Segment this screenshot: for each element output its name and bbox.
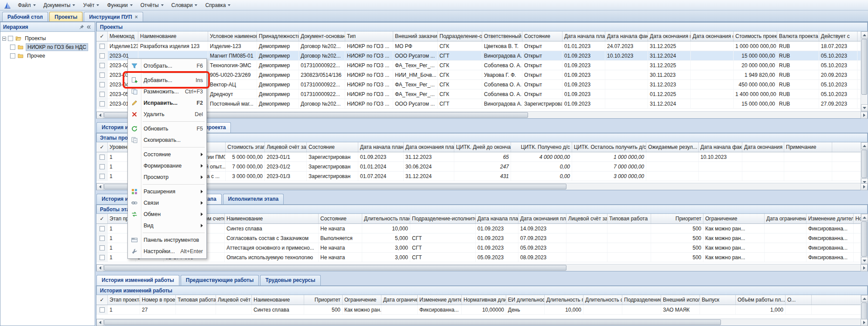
column-header[interactable]: Этап проекта xyxy=(108,295,140,305)
horizontal-scrollbar[interactable] xyxy=(96,319,868,326)
table-row[interactable]: 2023-03905-U020-23/269Демопример230823/0… xyxy=(96,70,861,80)
context-menu-item[interactable]: Исправить...F2 xyxy=(128,97,206,109)
column-header[interactable]: Дата окончания ф... xyxy=(742,142,784,152)
tree-checkbox[interactable] xyxy=(8,36,13,41)
column-header[interactable]: Длительность план xyxy=(362,214,410,223)
section-tab[interactable]: Трудовые ресурсы xyxy=(260,275,320,285)
table-row[interactable]: 2023-05ДредноутДемопример017310000922...… xyxy=(96,89,861,99)
context-menu-item[interactable]: ОбновитьF5 xyxy=(128,123,206,134)
column-header[interactable]: Валюта проекта xyxy=(777,31,819,41)
menubar-item[interactable]: Словари xyxy=(168,1,202,10)
menubar-item[interactable]: Файл xyxy=(14,1,40,10)
column-header[interactable]: Тип xyxy=(345,31,393,41)
column-header[interactable]: Ограничение xyxy=(703,214,765,223)
column-header[interactable]: Состояние xyxy=(307,142,358,152)
column-header[interactable]: Стоимость этапа xyxy=(226,142,265,152)
row-checkbox[interactable] xyxy=(99,154,105,160)
column-header[interactable]: Нормативная длит... xyxy=(462,295,506,305)
column-header[interactable]: ✓ xyxy=(96,295,108,305)
column-header[interactable]: Стоимость проект... xyxy=(734,31,777,41)
tree-expander-icon[interactable] xyxy=(2,37,6,41)
column-header[interactable]: Дата начала факт xyxy=(605,31,648,41)
row-checkbox[interactable] xyxy=(99,72,105,78)
column-header[interactable]: Внешний исполни... xyxy=(661,295,700,305)
table-row[interactable]: 127Синтез сплава500Как можно ран...Фикси… xyxy=(96,305,861,315)
tree-checkbox[interactable] xyxy=(10,45,15,50)
column-header[interactable]: Дата окончания план xyxy=(518,214,566,223)
table-row[interactable]: Изделие123Разработка изделия 123Изделие-… xyxy=(96,41,861,51)
column-header[interactable]: Подразделение-от... xyxy=(438,31,482,41)
column-header[interactable]: ЦИТК. Получено д/с xyxy=(511,142,572,152)
row-checkbox[interactable] xyxy=(99,226,105,231)
row-checkbox[interactable] xyxy=(99,307,105,312)
table-row[interactable]: 2023-02Технология-ЭМСДемопример017310000… xyxy=(96,61,861,70)
context-menu-item[interactable]: Вид xyxy=(128,220,206,231)
context-menu-item[interactable]: Состояние xyxy=(128,149,206,160)
row-checkbox[interactable] xyxy=(99,255,105,260)
tree-item[interactable]: НИОКР по ГОЗ без НДС xyxy=(2,43,93,51)
column-header[interactable]: Мнемокод xyxy=(108,31,138,41)
vertical-scrollbar[interactable] xyxy=(861,142,868,183)
column-header[interactable]: ЕИ длительности xyxy=(506,295,545,305)
context-menu-item[interactable]: УдалитьDel xyxy=(128,109,206,120)
column-header[interactable]: Наименование xyxy=(252,295,304,305)
vertical-scrollbar[interactable] xyxy=(861,214,868,264)
table-row[interactable]: 2023-04Вектор-АЦДемопример017310000922..… xyxy=(96,80,861,89)
row-checkbox[interactable] xyxy=(99,236,105,241)
column-header[interactable]: Подразделение-исполнитель... xyxy=(410,214,476,223)
column-header[interactable]: ЦИТК. Дней до окончания xyxy=(454,142,511,152)
row-checkbox[interactable] xyxy=(99,63,105,68)
tab-item[interactable]: Рабочий стол xyxy=(2,12,48,21)
pin-icon[interactable] xyxy=(78,24,85,31)
column-header[interactable]: ✓ xyxy=(96,31,108,41)
tree-checkbox[interactable] xyxy=(10,53,15,58)
column-header[interactable]: Типовая работа xyxy=(176,295,216,305)
column-header[interactable]: Приоритет xyxy=(651,214,703,223)
column-header[interactable]: Наименование xyxy=(225,214,319,223)
column-header[interactable]: Внешний заказчик xyxy=(393,31,438,41)
column-header[interactable]: Лицевой счёт затрат... xyxy=(265,142,307,152)
section-tab[interactable]: Исполнители этапа xyxy=(223,194,284,204)
row-checkbox[interactable] xyxy=(99,82,105,87)
table-row[interactable]: 1Исследование проведенной опыт...7 000 0… xyxy=(96,162,861,172)
collapse-left-icon[interactable] xyxy=(85,24,92,31)
column-header[interactable]: Нормативна... xyxy=(854,214,861,223)
tab-active[interactable]: Проекты xyxy=(49,12,82,21)
horizontal-scrollbar[interactable] xyxy=(96,183,868,190)
row-checkbox[interactable] xyxy=(99,245,105,251)
column-header[interactable]: Дата окончания пл... xyxy=(648,31,691,41)
column-header[interactable]: Лицевой счёт затр... xyxy=(566,214,607,223)
menubar-item[interactable]: Отчёты xyxy=(137,1,168,10)
column-header[interactable]: Состояние xyxy=(319,214,362,223)
column-header[interactable]: Объём работы пл... xyxy=(736,295,786,305)
column-header[interactable]: Условное наименов... xyxy=(208,31,257,41)
column-header[interactable]: Ожидаемые резул... xyxy=(646,142,699,152)
table-row[interactable]: 1Подготовка итогового отчета с ...3 000 … xyxy=(96,172,861,181)
tab-item[interactable]: Инструкции ПУП× xyxy=(84,12,143,21)
table-row[interactable]: 1501-СГТ-005Описать используемую техноло… xyxy=(96,253,861,262)
table-row[interactable]: 2023-01пПостоянный маг...ДемопримерДогов… xyxy=(96,99,861,109)
column-header[interactable]: Подразделение-ис... xyxy=(622,295,661,305)
column-header[interactable]: Ответственный xyxy=(482,31,522,41)
column-header[interactable]: Ограничение xyxy=(343,295,381,305)
close-icon[interactable]: × xyxy=(135,15,138,19)
column-header[interactable]: Дата окончания ф... xyxy=(691,31,734,41)
table-row[interactable]: 2023-01Магнит ПМ085-01ДемопримерДоговор … xyxy=(96,51,861,61)
column-header[interactable]: Дата начала план xyxy=(358,142,404,152)
context-menu-item[interactable]: Обмен xyxy=(128,209,206,220)
row-checkbox[interactable] xyxy=(99,174,105,179)
menubar-item[interactable]: Учёт xyxy=(79,1,103,10)
table-row[interactable]: 1Изготовление опытной партии ПМ0...5 000… xyxy=(96,152,861,162)
column-header[interactable]: Лицевой счёт затр... xyxy=(216,295,252,305)
vertical-scrollbar[interactable] xyxy=(861,31,868,111)
column-header[interactable]: О... xyxy=(786,295,812,305)
column-header[interactable]: Дата начала план xyxy=(563,31,605,41)
context-menu-item[interactable]: Панель инструментов xyxy=(128,234,206,246)
column-header[interactable]: Дата начала план xyxy=(476,214,518,223)
tree-item[interactable]: Проекты xyxy=(2,34,93,43)
menubar-item[interactable]: Функции xyxy=(103,1,136,10)
context-menu-item[interactable]: Связи xyxy=(128,197,206,209)
column-header[interactable]: Изменение длител... xyxy=(418,295,462,305)
column-header[interactable]: ✓ xyxy=(96,142,108,152)
column-header[interactable]: Документ-основан... xyxy=(299,31,345,41)
